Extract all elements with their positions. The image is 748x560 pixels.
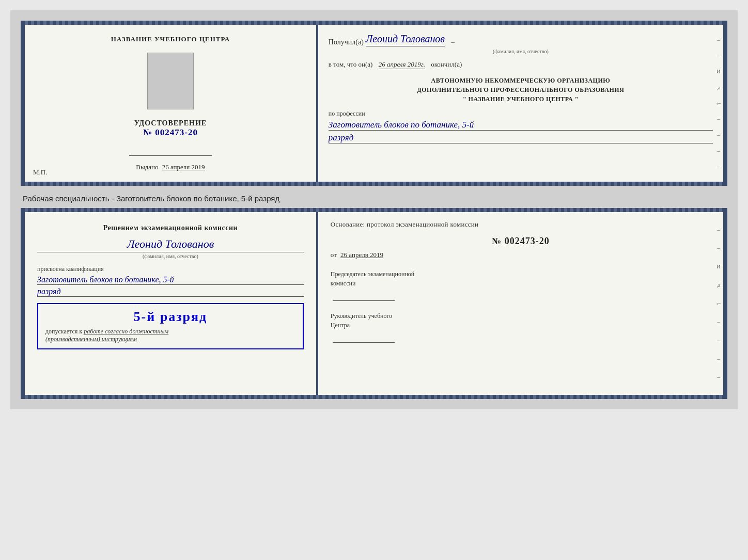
mp-label: М.П. <box>33 168 47 177</box>
protocol-number: № 002473-20 <box>331 236 711 247</box>
top-cert-left: НАЗВАНИЕ УЧЕБНОГО ЦЕНТРА УДОСТОВЕРЕНИЕ №… <box>25 25 318 182</box>
dopusk-italic: работе согласно должностным <box>84 328 168 335</box>
chairman-label2: комиссии <box>331 279 711 288</box>
osnov-label: Основание: протокол экзаменационной коми… <box>331 220 711 229</box>
stamp-razryad: 5-й разряд <box>45 309 295 325</box>
cert-number-block: УДОСТОВЕРЕНИЕ № 002473-20 <box>134 119 207 138</box>
ot-date: от 26 апреля 2019 <box>331 251 711 259</box>
dopusk-prefix: допускается к <box>45 328 82 335</box>
date-value: 26 апреля 2019г. <box>379 60 425 69</box>
razryad-bottom: разряд <box>37 287 304 297</box>
bottom-certificate-card: Решением экзаменационной комиссии Леонид… <box>21 208 727 399</box>
chairman-signature <box>333 291 395 301</box>
qualification-value: Заготовитель блоков по ботанике, 5-й <box>37 275 304 285</box>
head-sig-line <box>331 333 711 343</box>
top-certificate-card: НАЗВАНИЕ УЧЕБНОГО ЦЕНТРА УДОСТОВЕРЕНИЕ №… <box>21 21 727 186</box>
recipient-line: Получил(а) Леонид Толованов – <box>329 33 713 46</box>
date-prefix: в том, что он(а) <box>329 60 373 68</box>
profession-label: по профессии <box>329 110 365 117</box>
person-name-bottom: Леонид Толованов <box>37 237 304 252</box>
dopusk-italic2: (производственным) инструкциям <box>45 335 137 343</box>
issued-line: Выдано 26 апреля 2019 <box>136 163 205 171</box>
date-line: в том, что он(а) 26 апреля 2019г. окончи… <box>329 60 713 69</box>
qualification-label: присвоена квалификация <box>37 265 304 273</box>
cert-number-value: № 002473-20 <box>134 127 207 138</box>
recipient-name: Леонид Толованов <box>366 33 445 46</box>
head-signature <box>333 333 395 343</box>
stamp-dopusk: допускается к работе согласно должностны… <box>45 328 295 343</box>
date-suffix: окончил(а) <box>431 60 462 68</box>
recipient-dash: – <box>451 38 455 46</box>
ot-label: от <box>331 251 337 259</box>
page-background: НАЗВАНИЕ УЧЕБНОГО ЦЕНТРА УДОСТОВЕРЕНИЕ №… <box>10 10 738 409</box>
issued-label: Выдано <box>136 163 158 171</box>
right-side-decoration: – – И ,а ‹– – – – – <box>714 25 723 182</box>
top-cert-title: НАЗВАНИЕ УЧЕБНОГО ЦЕНТРА <box>111 35 230 43</box>
person-subtext-bottom: (фамилия, имя, отчество) <box>37 253 304 259</box>
chairman-sig-line <box>331 291 711 301</box>
top-cert-right: Получил(а) Леонид Толованов – (фамилия, … <box>318 25 723 182</box>
chairman-label: Председатель экзаменационной <box>331 269 711 279</box>
org-line2: ДОПОЛНИТЕЛЬНОГО ПРОФЕССИОНАЛЬНОГО ОБРАЗО… <box>329 85 713 94</box>
profession-value: Заготовитель блоков по ботанике, 5-й <box>329 120 713 131</box>
org-block: АВТОНОМНУЮ НЕКОММЕРЧЕСКУЮ ОРГАНИЗАЦИЮ ДО… <box>329 76 713 104</box>
bottom-cert-right: Основание: протокол экзаменационной коми… <box>318 212 723 395</box>
head-label2: Центра <box>331 321 711 330</box>
issued-date: 26 апреля 2019 <box>162 163 205 171</box>
signature-line-left <box>129 146 212 156</box>
bottom-cert-left: Решением экзаменационной комиссии Леонид… <box>25 212 318 395</box>
decision-text: Решением экзаменационной комиссии <box>37 222 304 233</box>
cert-number-label: УДОСТОВЕРЕНИЕ <box>134 119 207 127</box>
ot-date-value: 26 апреля 2019 <box>340 251 383 259</box>
profession-block: по профессии Заготовитель блоков по бота… <box>329 110 713 143</box>
photo-placeholder <box>147 53 194 109</box>
org-line3: " НАЗВАНИЕ УЧЕБНОГО ЦЕНТРА " <box>329 94 713 104</box>
right-side-deco-bottom: – – И ,а ‹– – – – – <box>714 212 723 395</box>
stamp-box: 5-й разряд допускается к работе согласно… <box>37 303 304 349</box>
recipient-subtext: (фамилия, имя, отчество) <box>329 49 713 54</box>
razryad-value: разряд <box>329 133 713 143</box>
org-line1: АВТОНОМНУЮ НЕКОММЕРЧЕСКУЮ ОРГАНИЗАЦИЮ <box>329 76 713 85</box>
received-label: Получил(а) <box>329 38 364 46</box>
chairman-block: Председатель экзаменационной комиссии <box>331 269 711 301</box>
head-label1: Руководитель учебного <box>331 311 711 321</box>
specialty-label: Рабочая специальность - Заготовитель бло… <box>23 194 725 203</box>
head-block: Руководитель учебного Центра <box>331 311 711 343</box>
